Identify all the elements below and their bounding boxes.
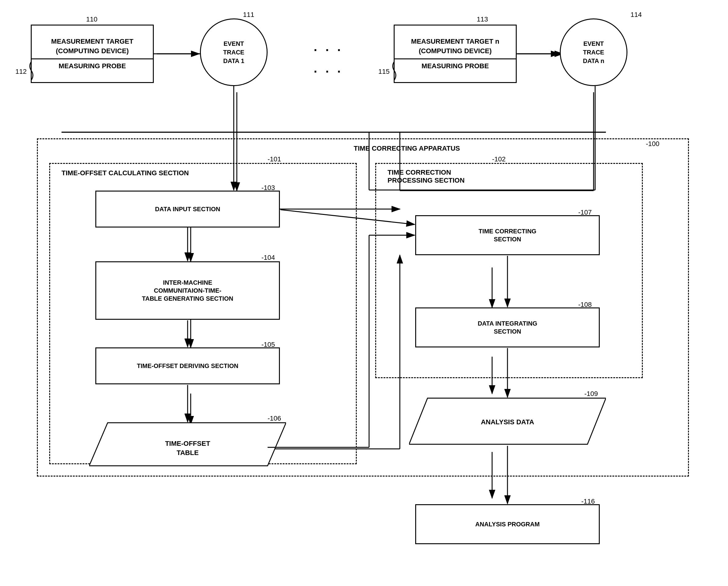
data-integrating-label: DATA INTEGRATINGSECTION [478,319,537,336]
measurement-target-n: MEASUREMENT TARGET n(COMPUTING DEVICE) M… [394,25,517,83]
ref-116: -116 [581,498,595,505]
data-input-section: DATA INPUT SECTION [95,191,280,228]
time-correcting-label: TIME CORRECTING APPARATUS [354,144,460,153]
data-input-label: DATA INPUT SECTION [155,205,220,213]
time-offset-deriving-section: TIME-OFFSET DERIVING SECTION [95,347,280,384]
event-trace-n: EVENTTRACEDATA n [560,19,627,86]
time-offset-calculating-label: TIME-OFFSET CALCULATING SECTION [61,169,189,177]
measurement-probe-1-label: MEASURING PROBE [56,59,129,73]
event-trace-1: EVENTTRACEDATA 1 [200,19,267,86]
measurement-probe-n-label: MEASURING PROBE [419,59,492,73]
analysis-program: ANALYSIS PROGRAM [415,504,600,544]
time-offset-table: TIME-OFFSET TABLE [89,421,286,467]
svg-text:ANALYSIS DATA: ANALYSIS DATA [481,418,534,426]
ref-107: -107 [578,209,592,216]
ref-109: -109 [584,390,598,398]
time-offset-deriving-label: TIME-OFFSET DERIVING SECTION [137,362,238,370]
ref-113: 113 [477,16,488,23]
ref-103: -103 [261,184,275,192]
ref-102: -102 [492,155,505,163]
ref-105: -105 [261,341,275,349]
ref-111: 111 [243,11,254,19]
measurement-target-1: MEASUREMENT TARGET(COMPUTING DEVICE) MEA… [31,25,154,83]
time-correcting-section-label: TIME CORRECTINGSECTION [478,227,537,243]
inter-machine-section: INTER-MACHINECOMMUNITAION-TIME-TABLE GEN… [95,261,280,320]
svg-text:TABLE: TABLE [177,449,199,457]
ref-112: 112 [16,68,27,76]
ref-100: -100 [646,140,659,148]
dots: . . . [314,40,343,54]
time-correction-label: TIME CORRECTIONPROCESSING SECTION [388,168,465,184]
measurement-target-n-label1: MEASUREMENT TARGET n(COMPUTING DEVICE) [409,34,502,58]
ref-108: -108 [578,301,592,309]
event-trace-1-label: EVENTTRACEDATA 1 [220,36,248,68]
event-trace-n-label: EVENTTRACEDATA n [580,36,607,68]
inter-machine-label: INTER-MACHINECOMMUNITAION-TIME-TABLE GEN… [139,275,236,305]
ref-110: 110 [86,16,98,23]
dots2: . . . [314,61,343,75]
svg-text:TIME-OFFSET: TIME-OFFSET [165,440,210,447]
ref-101: -101 [267,155,281,163]
measurement-target-1-label1: MEASUREMENT TARGET(COMPUTING DEVICE) [49,34,136,58]
analysis-data: ANALYSIS DATA [409,397,606,446]
data-integrating-section: DATA INTEGRATINGSECTION [415,308,600,347]
ref-114: 114 [630,11,642,19]
ref-106: -106 [267,415,281,422]
analysis-program-label: ANALYSIS PROGRAM [475,520,540,528]
ref-115: 115 [378,68,390,76]
ref-104: -104 [261,254,275,262]
time-correcting-section: TIME CORRECTINGSECTION [415,215,600,255]
